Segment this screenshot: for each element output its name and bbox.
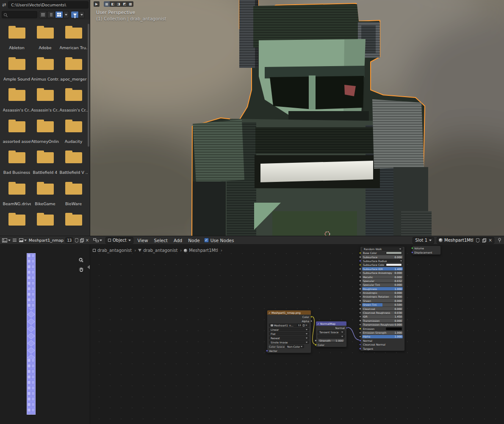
output-row[interactable]: Normal <box>316 326 346 330</box>
folder-item[interactable] <box>59 211 88 236</box>
principled-input-row[interactable]: Sheen 0.000 <box>360 299 404 303</box>
folder-item[interactable]: Bad Business <box>3 148 31 180</box>
input-socket[interactable] <box>359 280 361 282</box>
interpolation-row[interactable]: Linear <box>267 327 311 332</box>
input-socket[interactable] <box>359 268 361 270</box>
principled-input-row[interactable]: Subsurface IOR 1.400 <box>360 267 404 271</box>
principled-input-row[interactable]: IOR 1.450 <box>360 315 404 318</box>
folder-item[interactable]: American Tru... <box>59 24 88 55</box>
pan-tool-button[interactable] <box>78 266 85 273</box>
source-row[interactable]: Single Image <box>267 340 311 344</box>
image-texture-node[interactable]: ✓ Meshpart1_nmap.png Color Alpha Meshpar… <box>267 310 311 353</box>
input-socket[interactable] <box>359 272 361 274</box>
viewport-render[interactable] <box>90 0 504 236</box>
input-socket[interactable] <box>359 332 361 334</box>
principled-bsdf-node[interactable]: Random Walk Base Color <box>360 246 405 351</box>
users-count-badge[interactable]: 13 <box>65 237 73 243</box>
search-input[interactable] <box>2 11 37 18</box>
input-socket[interactable] <box>359 276 361 278</box>
principled-input-row[interactable]: Specular 0.032 <box>360 279 404 283</box>
breadcrumb-item[interactable]: drab_antagonist › <box>138 248 182 253</box>
input-socket[interactable] <box>359 328 361 330</box>
input-socket[interactable] <box>359 324 361 326</box>
folder-item[interactable]: BeamNG.drive <box>3 180 31 211</box>
folder-item[interactable]: BikeGame <box>31 180 59 211</box>
horizontal-list-button[interactable] <box>47 11 55 18</box>
input-socket[interactable] <box>359 316 361 318</box>
principled-input-row[interactable]: Transmission Roughness 0.000 <box>360 323 404 326</box>
color-swatch[interactable] <box>386 251 402 254</box>
file-path-input[interactable]: C:\Users\Vecto\Documents\ <box>8 1 89 8</box>
principled-input-row[interactable]: Emission Strength 1.000 <box>360 331 404 335</box>
input-socket[interactable] <box>359 296 361 298</box>
principled-input-row[interactable]: Subsurface Radius <box>360 259 404 263</box>
principled-input-row[interactable]: Roughness 1.000 <box>360 287 404 291</box>
material-selector[interactable]: Meshpart1Mtl × <box>437 237 494 244</box>
alpha-output-socket[interactable] <box>310 320 313 322</box>
region-expand-arrow[interactable] <box>87 265 90 269</box>
menu-item[interactable]: Add <box>172 238 184 243</box>
material-output-node[interactable]: Volume Displacement <box>412 245 441 255</box>
zoom-tool-button[interactable] <box>78 257 85 264</box>
input-socket[interactable] <box>359 340 361 342</box>
display-mode-icon-5[interactable]: ▩ <box>127 1 133 7</box>
fake-user-shield-icon[interactable] <box>475 237 480 243</box>
input-socket[interactable] <box>359 300 361 302</box>
browse-image-button[interactable] <box>18 237 28 244</box>
principled-input-row[interactable]: Specular Tint 0.000 <box>360 283 404 287</box>
input-socket[interactable] <box>359 343 361 346</box>
folder-item[interactable]: assorted asset <box>3 117 31 149</box>
output-row[interactable]: Color <box>267 315 311 319</box>
principled-input-row[interactable]: Anisotropic Rotation 0.000 <box>360 295 404 298</box>
normal-map-node[interactable]: ✓ NormalMap Normal Tangent Space Strengt… <box>316 321 347 347</box>
principled-input-row[interactable]: Clearcoat 0.000 <box>360 307 404 310</box>
folder-item[interactable]: Audacity <box>59 117 88 149</box>
pin-icon[interactable] <box>497 237 502 243</box>
principled-input-row[interactable]: Tangent <box>360 346 404 350</box>
display-mode-icon-2[interactable]: ◧ <box>110 1 116 7</box>
folder-item[interactable]: Adobe <box>31 24 59 55</box>
color-swatch[interactable] <box>386 263 402 266</box>
copy-material-icon[interactable] <box>482 237 487 243</box>
node-header[interactable]: ✓ Meshpart1_nmap.png <box>267 310 311 315</box>
color-swatch[interactable] <box>386 327 402 330</box>
principled-input-row[interactable]: Subsurface Anisotropy 0.000 <box>360 271 404 275</box>
input-socket[interactable] <box>359 284 361 286</box>
filter-options-dropdown[interactable] <box>79 11 85 18</box>
principled-input-row[interactable]: Transmission 0.000 <box>360 319 404 323</box>
display-size-dropdown[interactable] <box>63 11 69 18</box>
folder-item[interactable]: Ample Sound <box>3 55 31 86</box>
display-mode-icon-1[interactable]: ▦ <box>104 1 110 7</box>
fake-user-shield-icon[interactable] <box>75 237 79 243</box>
folder-item[interactable]: Assassin's Cr... <box>3 86 31 117</box>
color-input-row[interactable]: Color <box>316 343 346 347</box>
principled-input-row[interactable]: Subsurface 0.000 <box>360 255 404 259</box>
display-mode-icon-3[interactable]: ◨ <box>116 1 122 7</box>
principled-input-row[interactable]: Anisotropic 0.000 <box>360 291 404 295</box>
color-input-socket[interactable] <box>315 344 317 346</box>
space-row[interactable]: Tangent Space <box>316 330 346 334</box>
normal-output-socket[interactable] <box>346 327 348 329</box>
image-datablock-row[interactable]: Meshpart1_n... 13 × <box>267 323 311 327</box>
use-nodes-checkbox[interactable]: ✓ <box>204 238 209 243</box>
unlink-material-icon[interactable]: × <box>489 238 492 243</box>
vertical-list-button[interactable] <box>39 11 47 18</box>
input-socket[interactable] <box>359 260 361 262</box>
breadcrumb-item[interactable]: drab_antagonist › <box>93 248 136 253</box>
principled-input-row[interactable]: Clearcoat Roughness 0.030 <box>360 311 404 315</box>
editor-type-button[interactable] <box>1 237 11 244</box>
uv-map-row[interactable] <box>316 334 346 338</box>
folder-item[interactable]: Assassin's Cr... <box>59 86 88 117</box>
display-mode-icon-4[interactable]: ◩ <box>122 1 127 7</box>
extension-row[interactable]: Repeat <box>267 336 311 340</box>
input-socket[interactable] <box>359 264 361 266</box>
principled-input-row[interactable]: Sheen Tint 0.500 <box>360 303 404 307</box>
subsurface-method-row[interactable]: Random Walk <box>360 247 404 251</box>
folder-item[interactable]: AttorneyOnlin... <box>31 117 59 149</box>
editor-type-icon[interactable]: ▶ <box>94 1 100 7</box>
folder-item[interactable] <box>3 211 31 236</box>
displacement-input-row[interactable]: Displacement <box>413 250 440 254</box>
folder-item[interactable] <box>31 211 59 236</box>
principled-input-row[interactable]: Base Color <box>360 251 404 255</box>
principled-input-row[interactable]: Clearcoat Normal <box>360 343 404 346</box>
